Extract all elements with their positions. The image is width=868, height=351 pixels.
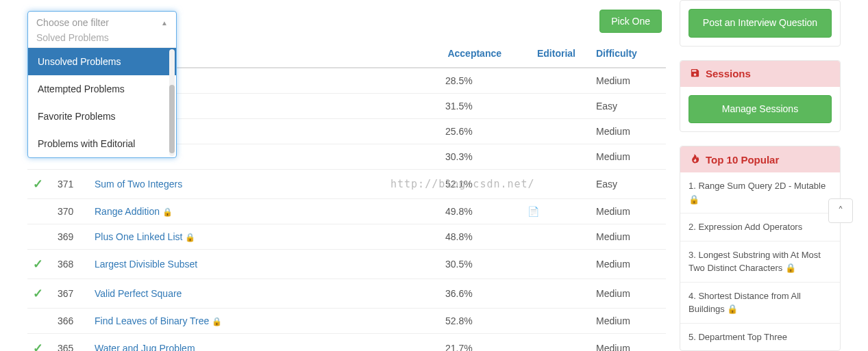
filter-option[interactable]: Attempted Problems [28, 75, 176, 103]
lock-icon: 🔒 [785, 263, 796, 273]
table-row: ✓371Sum of Two Integers52.1%Easy [27, 170, 666, 199]
difficulty-value: Medium [591, 309, 666, 334]
scrollbar-thumb[interactable] [169, 85, 175, 153]
filter-option[interactable]: Favorite Problems [28, 103, 176, 130]
filter-option[interactable]: Unsolved Problems [28, 48, 176, 75]
sessions-heading: Sessions [706, 68, 751, 79]
problem-number: 367 [52, 279, 89, 309]
popular-item[interactable]: 3. Longest Substring with At Most Two Di… [680, 241, 840, 282]
acceptance-value: 21.7% [440, 334, 522, 352]
problem-number: 368 [52, 250, 89, 279]
table-row: 366Find Leaves of Binary Tree🔒52.8%Mediu… [27, 309, 666, 334]
problem-link[interactable]: Valid Perfect Square [95, 288, 182, 299]
difficulty-value: Medium [591, 68, 666, 94]
scroll-to-top-button[interactable]: ˄ [828, 198, 853, 223]
problem-link[interactable]: Water and Jug Problem [95, 343, 195, 351]
problem-link[interactable]: Plus One Linked List [95, 231, 182, 242]
filter-option-partial[interactable]: Solved Problems [28, 31, 176, 47]
check-icon: ✓ [33, 177, 43, 192]
table-row: 369Plus One Linked List🔒48.8%Medium [27, 224, 666, 250]
filter-option[interactable]: Problems with Editorial [28, 130, 176, 157]
lock-icon: 🔒 [727, 304, 738, 314]
acceptance-value: 52.1% [440, 170, 522, 199]
manage-sessions-button[interactable]: Manage Sessions [689, 95, 832, 124]
fire-icon [690, 153, 700, 166]
problem-link[interactable]: Find Leaves of Binary Tree [95, 315, 209, 326]
pick-one-button[interactable]: Pick One [599, 10, 662, 33]
acceptance-value: 31.5% [440, 94, 522, 119]
lock-icon: 🔒 [689, 194, 699, 205]
filter-dropdown[interactable]: Choose one filter ▲ Solved Problems Unso… [27, 11, 177, 158]
check-icon: ✓ [33, 341, 43, 351]
problem-number: 365 [52, 334, 89, 352]
problem-number: 370 [52, 199, 89, 224]
col-acceptance[interactable]: Acceptance [440, 41, 522, 68]
acceptance-value: 36.6% [440, 279, 522, 309]
table-row: ✓368Largest Divisible Subset30.5%Medium [27, 250, 666, 279]
top-popular-heading: Top 10 Popular [706, 154, 779, 166]
table-row: ✓367Valid Perfect Square36.6%Medium [27, 279, 666, 309]
popular-item[interactable]: 4. Shortest Distance from All Buildings … [680, 282, 840, 323]
problem-number: 366 [52, 309, 89, 334]
post-interview-panel: Post an Interview Question [680, 0, 841, 47]
problem-link[interactable]: Sum of Two Integers [95, 179, 182, 190]
caret-up-icon: ▲ [161, 19, 168, 27]
difficulty-value: Medium [591, 250, 666, 279]
acceptance-value: 49.8% [440, 199, 522, 224]
acceptance-value: 52.8% [440, 309, 522, 334]
problem-number: 369 [52, 224, 89, 250]
problem-link[interactable]: Largest Divisible Subset [95, 259, 197, 270]
acceptance-value: 48.8% [440, 224, 522, 250]
table-row: 370Range Addition🔒49.8%📄Medium [27, 199, 666, 224]
chevron-up-icon: ˄ [838, 205, 843, 218]
difficulty-value: Medium [591, 334, 666, 352]
acceptance-value: 28.5% [440, 68, 522, 94]
top-popular-panel: Top 10 Popular 1. Range Sum Query 2D - M… [680, 146, 841, 351]
difficulty-value: Medium [591, 224, 666, 250]
post-interview-button[interactable]: Post an Interview Question [689, 9, 832, 38]
difficulty-value: Medium [591, 119, 666, 144]
difficulty-value: Easy [591, 170, 666, 199]
document-icon[interactable]: 📄 [528, 206, 539, 217]
acceptance-value: 30.3% [440, 144, 522, 170]
difficulty-value: Medium [591, 279, 666, 309]
problem-number: 371 [52, 170, 89, 199]
table-row: ✓365Water and Jug Problem21.7%Medium [27, 334, 666, 352]
popular-item[interactable]: 5. Department Top Three [680, 323, 840, 351]
save-icon [690, 68, 700, 80]
difficulty-value: Medium [591, 144, 666, 170]
lock-icon: 🔒 [162, 207, 173, 217]
lock-icon: 🔒 [185, 233, 195, 242]
acceptance-value: 30.5% [440, 250, 522, 279]
problem-link[interactable]: Range Addition [95, 206, 160, 217]
check-icon: ✓ [33, 286, 43, 301]
acceptance-value: 25.6% [440, 119, 522, 144]
lock-icon: 🔒 [212, 317, 222, 326]
sessions-panel: Sessions Manage Sessions [680, 60, 841, 133]
difficulty-value: Medium [591, 199, 666, 224]
difficulty-value: Easy [591, 94, 666, 119]
check-icon: ✓ [33, 257, 43, 272]
popular-item[interactable]: 2. Expression Add Operators [680, 213, 840, 241]
popular-item[interactable]: 1. Range Sum Query 2D - Mutable 🔒 [680, 172, 840, 213]
col-difficulty[interactable]: Difficulty [591, 41, 666, 68]
filter-placeholder: Choose one filter [36, 17, 109, 28]
col-editorial[interactable]: Editorial [522, 41, 591, 68]
